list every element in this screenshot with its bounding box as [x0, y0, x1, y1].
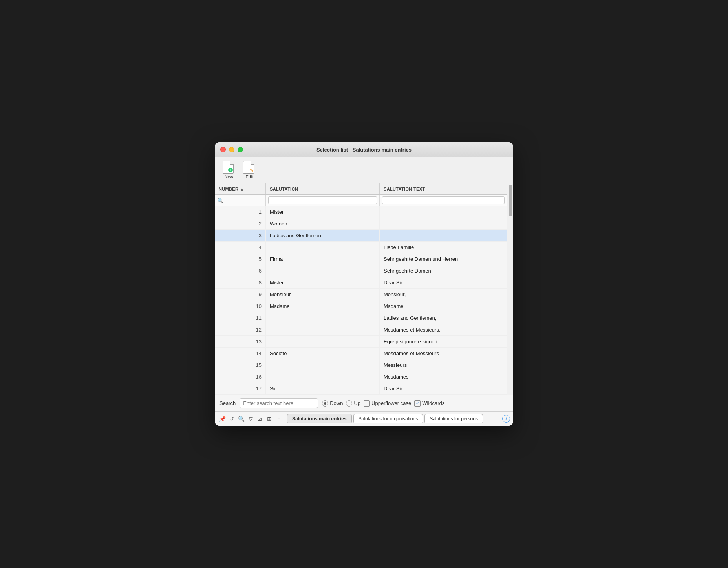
columns-icon[interactable]: ≡ [274, 414, 283, 423]
filter-text-cell [380, 195, 507, 206]
table-scroll-area[interactable]: 1Mister2Woman3Ladies and Gentlemen4Liebe… [215, 206, 507, 395]
direction-up-radio[interactable]: Up [346, 400, 360, 407]
tab-salutations-for-persons[interactable]: Salutations for persons [424, 414, 483, 423]
info-icon[interactable]: i [502, 415, 510, 423]
table-cell-number: 15 [215, 359, 266, 371]
tab-salutations-main-entries[interactable]: Salutations main entries [287, 414, 352, 423]
table-row[interactable]: 4Liebe Familie [215, 242, 507, 253]
table-cell-number: 6 [215, 265, 266, 277]
table-cell-number: 11 [215, 312, 266, 324]
down-radio-circle [322, 400, 328, 407]
edit-button[interactable]: Edit [240, 159, 259, 181]
table-cell-salutation: Société [266, 348, 380, 359]
table-row[interactable]: 8MisterDear Sir [215, 277, 507, 289]
filter2-icon[interactable]: ⊿ [256, 414, 264, 423]
table-cell-salutation: Ladies and Gentlemen [266, 230, 380, 241]
bottom-tabs-bar: 📌 ↺ 🔍 ▽ ⊿ ⊞ ≡ Salutations main entriesSa… [215, 411, 513, 426]
table-row[interactable]: 3Ladies and Gentlemen [215, 230, 507, 242]
table-cell-salutation-text [380, 218, 507, 229]
table-cell-salutation: Woman [266, 218, 380, 229]
table-row[interactable]: 14SociétéMesdames et Messieurs [215, 348, 507, 359]
col-header-salutation-text[interactable]: SALUTATION TEXT [380, 183, 507, 194]
table-cell-salutation-text: Liebe Familie [380, 242, 507, 253]
table-cell-salutation-text [380, 206, 507, 218]
edit-button-icon-wrapper [243, 161, 256, 174]
search-controls: Down Up Upper/lower case ✓ Wildcards [322, 400, 444, 407]
filter-row: 🔍 [215, 195, 507, 206]
col-header-number[interactable]: NUMBER ▲ [215, 183, 266, 194]
direction-down-radio[interactable]: Down [322, 400, 343, 407]
table-cell-salutation [266, 324, 380, 335]
sort-arrow-icon: ▲ [240, 187, 244, 191]
table-cell-salutation [266, 312, 380, 324]
table-cell-salutation-text: Mesdames et Messieurs, [380, 324, 507, 335]
table-row[interactable]: 6Sehr geehrte Damen [215, 265, 507, 277]
col-header-salutation[interactable]: SALUTATION [266, 183, 380, 194]
edit-button-label: Edit [246, 174, 253, 179]
table-row[interactable]: 16Mesdames [215, 371, 507, 383]
table-cell-salutation [266, 265, 380, 277]
grid-icon[interactable]: ⊞ [265, 414, 274, 423]
scrollbar[interactable] [507, 183, 513, 395]
table-cell-salutation-text: Dear Sir [380, 277, 507, 288]
table-cell-salutation: Mister [266, 277, 380, 288]
table-row[interactable]: 15Messieurs [215, 359, 507, 371]
table-cell-salutation-text: Mesdames et Messieurs [380, 348, 507, 359]
search-icon[interactable]: 🔍 [237, 414, 245, 423]
table-row[interactable]: 12Mesdames et Messieurs, [215, 324, 507, 336]
search-label: Search [219, 400, 236, 406]
table-cell-salutation-text: Mesdames [380, 371, 507, 383]
table-cell-number: 2 [215, 218, 266, 229]
filter-icon[interactable]: ▽ [246, 414, 255, 423]
wildcards-checkbox[interactable]: ✓ Wildcards [414, 400, 444, 407]
table-cell-number: 10 [215, 300, 266, 312]
tab-buttons: Salutations main entriesSalutations for … [287, 414, 483, 423]
table-row[interactable]: 1Mister [215, 206, 507, 218]
table-cell-number: 16 [215, 371, 266, 383]
table-row[interactable]: 11Ladies and Gentlemen, [215, 312, 507, 324]
down-radio-label: Down [330, 400, 343, 406]
table-container: NUMBER ▲ SALUTATION SALUTATION TEXT 🔍 [215, 183, 507, 395]
table-row[interactable]: 10MadameMadame, [215, 300, 507, 312]
titlebar: Selection list - Salutations main entrie… [215, 142, 513, 157]
table-cell-salutation-text: Ladies and Gentlemen, [380, 312, 507, 324]
table-cell-number: 4 [215, 242, 266, 253]
up-radio-circle [346, 400, 352, 407]
table-cell-number: 3 [215, 230, 266, 241]
table-cell-number: 8 [215, 277, 266, 288]
table-cell-salutation [266, 242, 380, 253]
scrollbar-thumb[interactable] [509, 185, 512, 216]
table-cell-salutation: Madame [266, 300, 380, 312]
upper-lower-checkbox[interactable]: Upper/lower case [364, 400, 411, 407]
minimize-button[interactable] [229, 147, 234, 152]
new-button[interactable]: New [219, 159, 238, 181]
table-row[interactable]: 17SirDear Sir [215, 383, 507, 395]
table-cell-salutation: Monsieur [266, 289, 380, 300]
filter-salutation-input[interactable] [268, 196, 377, 204]
tab-salutations-for-organisations[interactable]: Salutations for organisations [353, 414, 423, 423]
traffic-lights [220, 147, 243, 152]
up-radio-label: Up [354, 400, 360, 406]
table-row[interactable]: 9MonsieurMonsieur, [215, 289, 507, 300]
table-row[interactable]: 2Woman [215, 218, 507, 230]
table-cell-number: 12 [215, 324, 266, 335]
table-row[interactable]: 5FirmaSehr geehrte Damen und Herren [215, 253, 507, 265]
table-cell-salutation: Mister [266, 206, 380, 218]
upper-lower-box [364, 400, 370, 407]
maximize-button[interactable] [238, 147, 243, 152]
table-header: NUMBER ▲ SALUTATION SALUTATION TEXT [215, 183, 507, 195]
table-cell-salutation-text: Egregi signore e signori [380, 336, 507, 347]
table-cell-salutation [266, 336, 380, 347]
wildcards-box: ✓ [414, 400, 421, 407]
table-cell-salutation-text [380, 230, 507, 241]
pin-icon[interactable]: 📌 [218, 414, 227, 423]
table-cell-number: 9 [215, 289, 266, 300]
close-button[interactable] [220, 147, 226, 152]
filter-number-search-icon: 🔍 [217, 198, 223, 203]
filter-salutation-cell [266, 195, 380, 206]
table-row[interactable]: 13Egregi signore e signori [215, 336, 507, 348]
refresh-icon[interactable]: ↺ [227, 414, 236, 423]
search-input[interactable] [240, 398, 318, 408]
filter-text-input[interactable] [382, 196, 505, 204]
table-cell-number: 5 [215, 253, 266, 265]
